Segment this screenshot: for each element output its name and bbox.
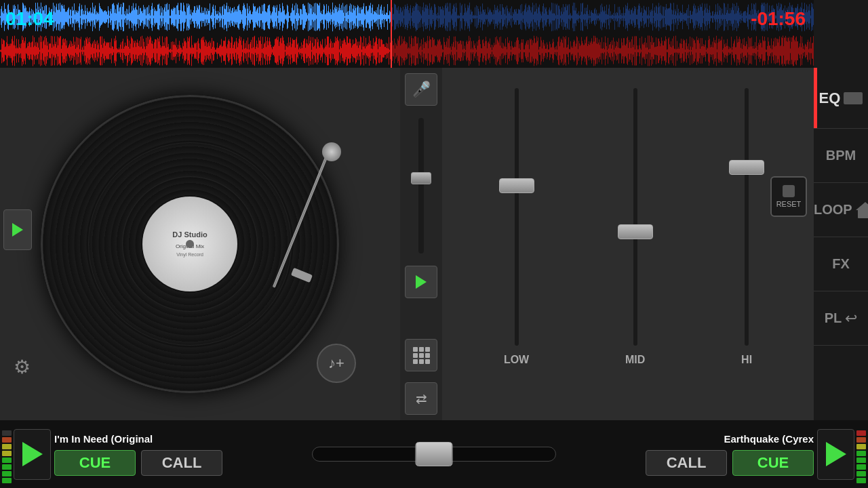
house-icon	[856, 202, 868, 218]
sidebar-item-eq[interactable]: EQ	[814, 68, 868, 129]
shuffle-icon: ⇄	[416, 390, 427, 407]
sidebar-item-bpm[interactable]: BPM	[814, 129, 868, 183]
shuffle-button[interactable]: ⇄	[405, 382, 437, 415]
back-arrow-icon: ↩	[845, 310, 857, 327]
music-button[interactable]: ♪+	[317, 344, 356, 383]
right-cue-button[interactable]: CUE	[732, 450, 814, 476]
fx-label: FX	[832, 256, 850, 272]
left-call-label: CALL	[162, 454, 202, 472]
play-triangle-bottom-left	[22, 442, 43, 466]
hi-fader-handle[interactable]	[729, 160, 764, 175]
low-fader-group: LOW	[504, 88, 529, 380]
play-button-bottom-right[interactable]	[817, 429, 854, 480]
low-fader-track[interactable]	[515, 88, 519, 346]
mid-fader-label: MID	[625, 354, 645, 366]
eq-faders-area: LOW MID HI RESET	[442, 68, 814, 420]
vu-meter-left	[2, 426, 12, 483]
eq-label: EQ	[819, 89, 841, 107]
bottom-bar: I'm In Need (Original CUE CALL Earthquak…	[0, 420, 868, 488]
waveform-top	[0, 0, 814, 34]
gear-icon: ⚙	[14, 356, 31, 378]
crossfader-track[interactable]	[312, 447, 556, 462]
crossfader-handle[interactable]	[416, 442, 453, 466]
time-left: 01:04	[5, 8, 54, 30]
bpm-label: BPM	[826, 148, 856, 163]
music-icon: ♪+	[328, 354, 344, 372]
reset-button[interactable]: RESET	[770, 176, 807, 217]
mic-button[interactable]: 🎤	[405, 73, 437, 106]
eq-icon	[844, 92, 863, 104]
low-fader-handle[interactable]	[499, 178, 534, 193]
volume-fader[interactable]	[418, 118, 424, 253]
sidebar-item-loop[interactable]: LOOP	[814, 183, 868, 237]
left-track-info: I'm In Need (Original CUE CALL	[54, 433, 222, 476]
vinyl-label: DJ Studio Original Mix Vinyl Record	[142, 197, 237, 291]
mixer-section: 🎤 ⇄	[400, 68, 814, 420]
play-triangle-bottom-right	[826, 442, 846, 466]
left-cue-button[interactable]: CUE	[54, 450, 136, 476]
pl-label: PL	[825, 310, 842, 326]
right-track-title: Earthquake (Cyrex	[724, 433, 814, 445]
hi-fader-label: HI	[741, 354, 752, 366]
mid-fader-track[interactable]	[633, 88, 637, 346]
right-track-info: Earthquake (Cyrex CALL CUE	[646, 433, 814, 476]
sidebar-item-fx[interactable]: FX	[814, 237, 868, 291]
settings-button[interactable]: ⚙	[5, 350, 38, 383]
crossfader-section	[229, 447, 639, 462]
play-button-left[interactable]	[3, 209, 32, 250]
loop-label: LOOP	[814, 202, 852, 218]
hi-fader-track[interactable]	[745, 88, 749, 346]
mid-fader-handle[interactable]	[618, 224, 653, 239]
grid-button[interactable]	[405, 339, 437, 371]
low-fader-label: LOW	[504, 354, 529, 366]
right-call-label: CALL	[667, 454, 707, 472]
waveform-bottom	[0, 34, 814, 68]
time-right: -01:56	[751, 8, 806, 30]
play-button-bottom-left[interactable]	[14, 429, 51, 480]
right-cue-label: CUE	[757, 454, 789, 472]
hi-fader-group: HI	[741, 88, 752, 380]
tonearm-pivot	[322, 142, 341, 161]
vinyl-record[interactable]: DJ Studio Original Mix Vinyl Record	[41, 95, 339, 393]
play-button-center[interactable]	[405, 266, 437, 298]
reset-label: RESET	[776, 200, 802, 208]
sidebar-item-pl[interactable]: PL ↩	[814, 291, 868, 346]
grid-icon	[413, 347, 430, 364]
mic-icon: 🎤	[412, 81, 431, 98]
play-triangle-left	[12, 223, 23, 237]
play-triangle-center	[416, 275, 427, 289]
mid-fader-group: MID	[625, 88, 645, 380]
right-call-button[interactable]: CALL	[646, 450, 727, 476]
left-track-title: I'm In Need (Original	[54, 433, 153, 445]
vu-meter-right	[856, 426, 866, 483]
left-call-button[interactable]: CALL	[141, 450, 222, 476]
turntable-section: DJ Studio Original Mix Vinyl Record ⚙ ♪+	[0, 68, 400, 420]
left-cue-label: CUE	[79, 454, 111, 472]
